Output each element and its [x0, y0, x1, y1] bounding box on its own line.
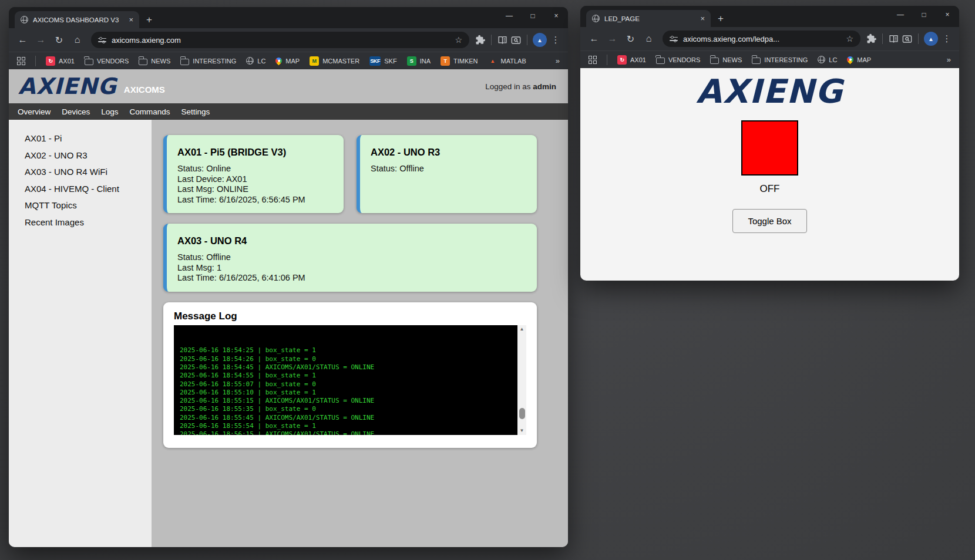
home-icon[interactable]: ⌂	[69, 35, 85, 45]
address-bar[interactable]: axicoms.axieng.com/ledpa... ☆	[663, 31, 860, 47]
card-title: AX03 - UNO R4	[177, 235, 526, 247]
bookmarks-overflow-icon[interactable]: »	[947, 55, 951, 64]
bookmarks-divider	[35, 56, 36, 66]
bookmarks-overflow-icon[interactable]: »	[556, 56, 560, 65]
extensions-icon[interactable]	[475, 35, 486, 45]
extensions-icon[interactable]	[866, 33, 877, 44]
sidebar-item[interactable]: Recent Images	[25, 217, 152, 227]
toolbar-divider	[491, 35, 492, 45]
sidebar-item[interactable]: AX04 - HIVEMQ - Client	[25, 184, 152, 194]
bookmark[interactable]: NEWS	[139, 57, 170, 65]
bookmark[interactable]: ↻ AX01	[46, 56, 75, 66]
message-log[interactable]: 2025-06-16 18:54:25 | box_state = 12025-…	[174, 325, 526, 435]
profile-avatar[interactable]: ▲	[924, 32, 938, 46]
forward-icon[interactable]: →	[604, 33, 620, 44]
bookmark[interactable]: M MCMASTER	[310, 56, 359, 66]
maximize-button[interactable]: □	[912, 6, 936, 23]
site-settings-icon[interactable]	[98, 36, 106, 44]
bookmark-star-icon[interactable]: ☆	[455, 35, 462, 45]
tab-close-icon[interactable]: ×	[700, 14, 705, 23]
back-icon[interactable]: ←	[15, 35, 31, 45]
apps-grid-icon[interactable]	[589, 56, 597, 64]
log-line: 2025-06-16 18:55:54 | box_state = 1	[180, 422, 526, 430]
bookmark-label: SKF	[384, 58, 396, 65]
bookmark[interactable]: VENDORS	[656, 56, 700, 64]
bookmark[interactable]: MAP	[847, 56, 871, 63]
minimize-button[interactable]: —	[497, 7, 521, 25]
scroll-up-icon[interactable]: ▲	[520, 327, 525, 332]
scroll-thumb[interactable]	[519, 408, 525, 419]
bookmark[interactable]: LC	[246, 57, 265, 65]
card-body: Status: OfflineLast Msg: 1Last Time: 6/1…	[177, 252, 526, 284]
maximize-button[interactable]: □	[521, 7, 544, 25]
home-icon[interactable]: ⌂	[641, 33, 657, 44]
forward-icon[interactable]: →	[33, 35, 49, 45]
bookmark[interactable]: VENDORS	[85, 57, 129, 65]
desktop: AXICOMS DASHBOARD V3 × + — □ × ← → ↻ ⌂ a…	[0, 0, 975, 560]
sidebar-item[interactable]: AX03 - UNO R4 WiFi	[25, 167, 152, 177]
site-settings-icon[interactable]	[670, 35, 678, 43]
new-tab-button[interactable]: +	[718, 14, 724, 23]
reading-list-icon[interactable]	[888, 33, 899, 45]
bookmark-icon	[818, 56, 825, 63]
new-tab-button[interactable]: +	[146, 15, 152, 25]
bookmark-label: MATLAB	[501, 58, 526, 65]
bookmark-label: INTERESTING	[193, 58, 236, 65]
window-led-page: LED_PAGE × + — □ × ← → ↻ ⌂ axicoms.axien…	[580, 6, 959, 281]
log-lines: 2025-06-16 18:54:25 | box_state = 12025-…	[180, 325, 526, 435]
log-line: 2025-06-16 18:55:15 | AXICOMS/AX01/STATU…	[180, 397, 526, 405]
bookmark-icon: S	[407, 56, 416, 66]
address-bar[interactable]: axicoms.axieng.com ☆	[91, 32, 469, 48]
bookmark[interactable]: INTERESTING	[752, 56, 808, 64]
sidebar-item[interactable]: MQTT Topics	[25, 200, 152, 210]
card-line: Last Device: AX01	[177, 174, 333, 185]
bookmark[interactable]: ▲ MATLAB	[488, 56, 526, 66]
tab-axicoms-dashboard[interactable]: AXICOMS DASHBOARD V3 ×	[15, 11, 139, 28]
toggle-box-button[interactable]: Toggle Box	[732, 209, 806, 233]
search-side-panel-icon[interactable]	[902, 33, 913, 45]
bookmark-list: ↻ AX01 VENDORS NEWS	[617, 55, 871, 65]
bookmark[interactable]: NEWS	[710, 56, 742, 64]
bookmark[interactable]: T TIMKEN	[441, 56, 478, 66]
sidebar-item[interactable]: AX02 - UNO R3	[25, 150, 152, 160]
nav-link[interactable]: Commands	[130, 107, 170, 116]
nav-link[interactable]: Logs	[101, 107, 118, 116]
device-sidebar: AX01 - PiAX02 - UNO R3AX03 - UNO R4 WiFi…	[9, 120, 152, 547]
profile-avatar[interactable]: ▲	[533, 33, 547, 47]
search-side-panel-icon[interactable]	[510, 35, 522, 46]
tab-led-page[interactable]: LED_PAGE ×	[586, 10, 711, 27]
back-icon[interactable]: ←	[586, 33, 602, 44]
nav-link[interactable]: Devices	[62, 107, 90, 116]
log-scrollbar[interactable]: ▲ ▼	[517, 325, 526, 435]
reload-icon[interactable]: ↻	[51, 35, 67, 46]
close-button[interactable]: ×	[544, 7, 568, 25]
nav-link[interactable]: Settings	[181, 107, 210, 116]
url-text[interactable]: axicoms.axieng.com	[112, 36, 449, 45]
bookmark[interactable]: MAP	[275, 58, 300, 65]
card-line: Last Msg: 1	[177, 263, 526, 274]
close-button[interactable]: ×	[936, 6, 959, 23]
message-log-card: Message Log 2025-06-16 18:54:25 | box_st…	[163, 302, 537, 448]
apps-grid-icon[interactable]	[17, 57, 25, 65]
scroll-down-icon[interactable]: ▼	[520, 429, 525, 433]
reading-list-icon[interactable]	[497, 35, 508, 46]
browser-menu-icon[interactable]: ⋮	[549, 35, 562, 45]
bookmark[interactable]: LC	[818, 56, 837, 63]
bookmark[interactable]: SKF SKF	[369, 56, 397, 66]
bookmark-icon: M	[310, 56, 319, 66]
bookmark-star-icon[interactable]: ☆	[846, 34, 853, 43]
bookmark-label: VENDORS	[97, 58, 129, 65]
reload-icon[interactable]: ↻	[623, 33, 638, 45]
bookmark[interactable]: ↻ AX01	[617, 55, 646, 65]
sidebar-item[interactable]: AX01 - Pi	[25, 133, 152, 143]
tab-close-icon[interactable]: ×	[129, 15, 133, 24]
minimize-button[interactable]: —	[889, 6, 912, 23]
card-title: AX01 - Pi5 (BRIDGE V3)	[177, 147, 333, 158]
browser-menu-icon[interactable]: ⋮	[940, 33, 953, 44]
globe-favicon-icon	[592, 15, 600, 22]
url-text[interactable]: axicoms.axieng.com/ledpa...	[683, 35, 840, 43]
bookmark[interactable]: S INA	[407, 56, 431, 66]
bookmark[interactable]: INTERESTING	[180, 57, 236, 65]
nav-link[interactable]: Overview	[18, 107, 51, 116]
card-body: Status: Offline	[371, 164, 526, 174]
